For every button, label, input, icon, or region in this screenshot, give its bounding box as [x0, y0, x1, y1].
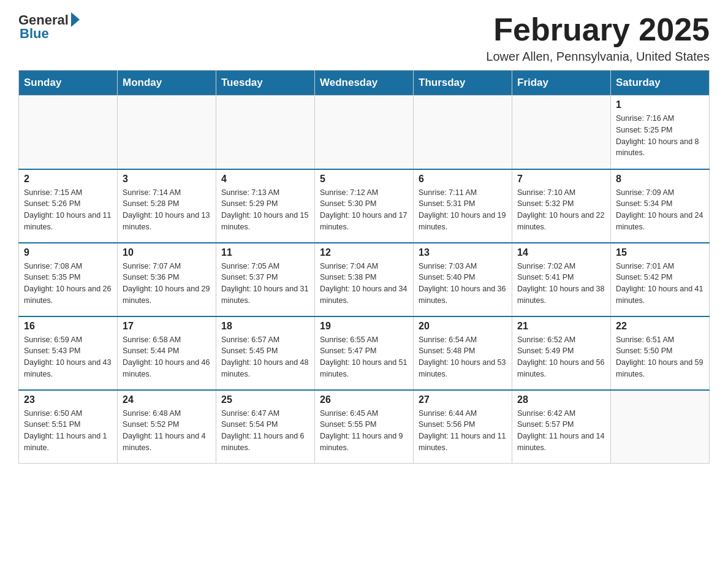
day-number: 28 [517, 394, 605, 405]
day-number: 20 [419, 321, 507, 332]
calendar-day-cell: 28Sunrise: 6:42 AMSunset: 5:57 PMDayligh… [512, 390, 611, 464]
day-sun-info: Sunrise: 6:59 AMSunset: 5:43 PMDaylight:… [24, 334, 112, 380]
calendar-day-cell: 22Sunrise: 6:51 AMSunset: 5:50 PMDayligh… [611, 316, 710, 390]
calendar-title: February 2025 [486, 12, 710, 47]
calendar-week-row: 1Sunrise: 7:16 AMSunset: 5:25 PMDaylight… [19, 96, 710, 169]
day-sun-info: Sunrise: 7:07 AMSunset: 5:36 PMDaylight:… [123, 261, 211, 307]
calendar-day-cell [19, 96, 118, 169]
page-header: General Blue February 2025 Lower Allen, … [18, 12, 710, 64]
calendar-day-cell: 16Sunrise: 6:59 AMSunset: 5:43 PMDayligh… [19, 316, 118, 390]
day-number: 24 [123, 394, 211, 405]
day-sun-info: Sunrise: 7:16 AMSunset: 5:25 PMDaylight:… [616, 113, 704, 159]
title-area: February 2025 Lower Allen, Pennsylvania,… [486, 12, 710, 64]
day-sun-info: Sunrise: 6:45 AMSunset: 5:55 PMDaylight:… [320, 408, 408, 454]
calendar-day-cell: 25Sunrise: 6:47 AMSunset: 5:54 PMDayligh… [216, 390, 315, 464]
day-sun-info: Sunrise: 6:57 AMSunset: 5:45 PMDaylight:… [221, 334, 309, 380]
day-sun-info: Sunrise: 7:14 AMSunset: 5:28 PMDaylight:… [123, 187, 211, 233]
calendar-day-cell: 17Sunrise: 6:58 AMSunset: 5:44 PMDayligh… [118, 316, 216, 390]
calendar-day-cell: 13Sunrise: 7:03 AMSunset: 5:40 PMDayligh… [414, 243, 512, 316]
day-number: 27 [419, 394, 507, 405]
day-number: 17 [123, 321, 211, 332]
day-sun-info: Sunrise: 7:09 AMSunset: 5:34 PMDaylight:… [616, 187, 704, 233]
calendar-day-cell: 3Sunrise: 7:14 AMSunset: 5:28 PMDaylight… [118, 169, 216, 243]
day-number: 11 [221, 247, 309, 258]
day-sun-info: Sunrise: 6:44 AMSunset: 5:56 PMDaylight:… [419, 408, 507, 454]
calendar-day-cell: 15Sunrise: 7:01 AMSunset: 5:42 PMDayligh… [611, 243, 710, 316]
day-sun-info: Sunrise: 7:04 AMSunset: 5:38 PMDaylight:… [320, 261, 408, 307]
calendar-day-cell: 19Sunrise: 6:55 AMSunset: 5:47 PMDayligh… [315, 316, 414, 390]
calendar-day-cell: 6Sunrise: 7:11 AMSunset: 5:31 PMDaylight… [414, 169, 512, 243]
calendar-day-header: Friday [512, 71, 611, 96]
day-sun-info: Sunrise: 7:08 AMSunset: 5:35 PMDaylight:… [24, 261, 112, 307]
day-sun-info: Sunrise: 6:50 AMSunset: 5:51 PMDaylight:… [24, 408, 112, 454]
day-sun-info: Sunrise: 6:47 AMSunset: 5:54 PMDaylight:… [221, 408, 309, 454]
calendar-day-cell: 26Sunrise: 6:45 AMSunset: 5:55 PMDayligh… [315, 390, 414, 464]
calendar-day-cell: 14Sunrise: 7:02 AMSunset: 5:41 PMDayligh… [512, 243, 611, 316]
day-number: 16 [24, 321, 112, 332]
day-number: 15 [616, 247, 704, 258]
day-sun-info: Sunrise: 7:15 AMSunset: 5:26 PMDaylight:… [24, 187, 112, 233]
calendar-day-cell: 7Sunrise: 7:10 AMSunset: 5:32 PMDaylight… [512, 169, 611, 243]
calendar-day-cell: 8Sunrise: 7:09 AMSunset: 5:34 PMDaylight… [611, 169, 710, 243]
calendar-subtitle: Lower Allen, Pennsylvania, United States [486, 50, 710, 64]
day-number: 3 [123, 174, 211, 185]
calendar-day-cell: 27Sunrise: 6:44 AMSunset: 5:56 PMDayligh… [414, 390, 512, 464]
calendar-day-cell: 1Sunrise: 7:16 AMSunset: 5:25 PMDaylight… [611, 96, 710, 169]
calendar-day-cell: 10Sunrise: 7:07 AMSunset: 5:36 PMDayligh… [118, 243, 216, 316]
calendar-day-cell: 4Sunrise: 7:13 AMSunset: 5:29 PMDaylight… [216, 169, 315, 243]
day-number: 14 [517, 247, 605, 258]
day-number: 1 [616, 99, 704, 110]
day-sun-info: Sunrise: 6:48 AMSunset: 5:52 PMDaylight:… [123, 408, 211, 454]
day-sun-info: Sunrise: 7:13 AMSunset: 5:29 PMDaylight:… [221, 187, 309, 233]
day-number: 25 [221, 394, 309, 405]
calendar-day-cell [315, 96, 414, 169]
day-number: 4 [221, 174, 309, 185]
calendar-day-cell: 2Sunrise: 7:15 AMSunset: 5:26 PMDaylight… [19, 169, 118, 243]
day-sun-info: Sunrise: 6:42 AMSunset: 5:57 PMDaylight:… [517, 408, 605, 454]
day-sun-info: Sunrise: 7:11 AMSunset: 5:31 PMDaylight:… [419, 187, 507, 233]
day-number: 19 [320, 321, 408, 332]
day-sun-info: Sunrise: 6:55 AMSunset: 5:47 PMDaylight:… [320, 334, 408, 380]
day-sun-info: Sunrise: 6:51 AMSunset: 5:50 PMDaylight:… [616, 334, 704, 380]
calendar-day-header: Wednesday [315, 71, 414, 96]
day-number: 9 [24, 247, 112, 258]
calendar-day-header: Saturday [611, 71, 710, 96]
day-sun-info: Sunrise: 6:54 AMSunset: 5:48 PMDaylight:… [419, 334, 507, 380]
logo-arrow-icon [71, 12, 80, 27]
calendar-day-cell: 9Sunrise: 7:08 AMSunset: 5:35 PMDaylight… [19, 243, 118, 316]
calendar-day-header: Tuesday [216, 71, 315, 96]
day-number: 22 [616, 321, 704, 332]
day-sun-info: Sunrise: 6:52 AMSunset: 5:49 PMDaylight:… [517, 334, 605, 380]
day-sun-info: Sunrise: 7:02 AMSunset: 5:41 PMDaylight:… [517, 261, 605, 307]
calendar-day-cell: 18Sunrise: 6:57 AMSunset: 5:45 PMDayligh… [216, 316, 315, 390]
day-number: 6 [419, 174, 507, 185]
calendar-day-cell [512, 96, 611, 169]
calendar-day-cell [414, 96, 512, 169]
calendar-week-row: 23Sunrise: 6:50 AMSunset: 5:51 PMDayligh… [19, 390, 710, 464]
day-number: 13 [419, 247, 507, 258]
calendar-day-cell: 12Sunrise: 7:04 AMSunset: 5:38 PMDayligh… [315, 243, 414, 316]
calendar-day-header: Thursday [414, 71, 512, 96]
day-number: 10 [123, 247, 211, 258]
calendar-day-cell [118, 96, 216, 169]
day-number: 23 [24, 394, 112, 405]
calendar-week-row: 9Sunrise: 7:08 AMSunset: 5:35 PMDaylight… [19, 243, 710, 316]
day-sun-info: Sunrise: 7:01 AMSunset: 5:42 PMDaylight:… [616, 261, 704, 307]
calendar-week-row: 16Sunrise: 6:59 AMSunset: 5:43 PMDayligh… [19, 316, 710, 390]
day-sun-info: Sunrise: 7:12 AMSunset: 5:30 PMDaylight:… [320, 187, 408, 233]
calendar-day-header: Monday [118, 71, 216, 96]
calendar-day-cell [216, 96, 315, 169]
calendar-header-row: SundayMondayTuesdayWednesdayThursdayFrid… [19, 71, 710, 96]
calendar-day-cell: 20Sunrise: 6:54 AMSunset: 5:48 PMDayligh… [414, 316, 512, 390]
day-number: 21 [517, 321, 605, 332]
logo: General Blue [18, 12, 80, 42]
logo-blue-text: Blue [20, 26, 49, 42]
calendar-table: SundayMondayTuesdayWednesdayThursdayFrid… [18, 70, 710, 464]
day-number: 7 [517, 174, 605, 185]
day-sun-info: Sunrise: 6:58 AMSunset: 5:44 PMDaylight:… [123, 334, 211, 380]
calendar-day-header: Sunday [19, 71, 118, 96]
day-sun-info: Sunrise: 7:05 AMSunset: 5:37 PMDaylight:… [221, 261, 309, 307]
day-number: 18 [221, 321, 309, 332]
calendar-day-cell: 21Sunrise: 6:52 AMSunset: 5:49 PMDayligh… [512, 316, 611, 390]
day-number: 8 [616, 174, 704, 185]
